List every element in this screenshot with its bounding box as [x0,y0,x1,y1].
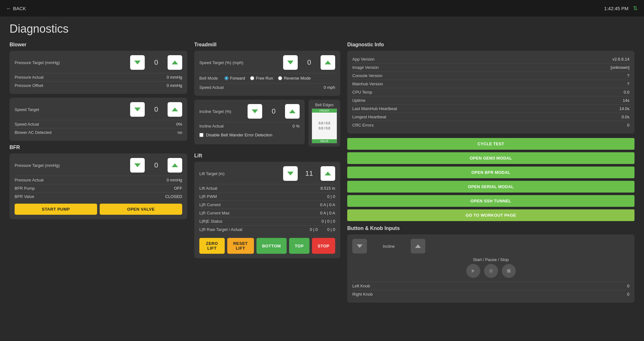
treadmill-speed-down-button[interactable] [283,55,298,70]
lr-raw-target-value1: 0 | 0 [310,227,318,232]
top-button[interactable]: TOP [289,238,309,254]
knob-inputs-title: Button & Knob Inputs [347,226,634,231]
svg-marker-0 [134,61,141,64]
bfr-pressure-down-button[interactable] [130,158,145,173]
incline-up-button[interactable] [411,239,425,253]
svg-marker-14 [472,269,475,273]
lift-actual-row: Lift Actual 8.515 in [199,184,335,192]
belt-front-label: FRONT [312,109,337,113]
open-bfr-button[interactable]: OPEN BFR MODAL [347,167,634,178]
blower-speed-down-button[interactable] [130,102,145,117]
bfr-action-btns: START PUMP OPEN VALVE [15,204,182,215]
lift-title: Lift [194,153,340,159]
lr-pwm-value: 0 | 0 [327,194,335,199]
blower-speed-target-row: Speed Target 0 [15,102,182,117]
diag-crc-errors-val: 0 [627,123,629,128]
lr-pwm-label: L|R PWM [199,194,217,199]
diagnostic-info-card: App Version v2.6.6.14 Image Version [unk… [347,51,634,134]
svg-marker-12 [357,245,362,248]
lift-section: Lift Lift Target (in) 11 Lift [194,153,340,258]
treadmill-speed-actual-label: Speed Actual [199,85,224,90]
start-button[interactable] [466,264,480,278]
lrie-status-label: L|R|E Status [199,219,222,224]
incline-down-button[interactable] [352,239,367,253]
open-ssh-button[interactable]: OPEN SSH TUNNEL [347,195,634,207]
open-valve-button[interactable]: OPEN VALVE [100,204,182,215]
left-column: Blower Pressure Target (mmHg) 0 [10,42,187,303]
treadmill-title: Treadmill [194,42,340,48]
bfr-pressure-up-button[interactable] [168,158,182,173]
disable-wander-label[interactable]: Disable Belt Wander Error Detection [206,133,272,137]
treadmill-section: Treadmill Speed Target (%) (mph) 0 [194,42,340,150]
belt-mode-radio-group: Forward Free Run Reverse Mode [224,76,311,81]
bfr-pressure-stepper: 0 [130,158,182,173]
treadmill-speed-value: 0 [303,58,315,67]
belt-mode-free-run[interactable]: Free Run [250,76,273,81]
blower-pressure-target-row: Pressure Target (mmHg) 0 [15,55,182,70]
diag-cpu-temp-key: CPU Temp [352,90,372,95]
left-knob-value: 0 [627,284,629,288]
treadmill-incline-actual-row: Incline Actual 0 % [199,122,300,130]
start-pump-button[interactable]: START PUMP [15,204,97,215]
treadmill-speed-actual-value: 0 mph [324,85,335,90]
open-serial-button[interactable]: OPEN SERIAL MODAL [347,181,634,193]
lift-actual-label: Lift Actual [199,186,217,191]
left-knob-label: Left Knob [352,284,370,288]
lrie-status-row: L|R|E Status 0 | 0 | 0 [199,217,335,225]
diag-image-version-row: Image Version [unknown] [352,63,629,71]
bfr-card: Pressure Target (mmHg) 0 Pressure Actual… [10,154,187,219]
stop-sps-button[interactable] [502,264,516,278]
zero-lift-button[interactable]: ZERO LIFT [199,238,225,254]
blower-speed-up-button[interactable] [168,102,182,117]
belt-mode-label: Belt Mode [199,76,218,81]
treadmill-incline-actual-label: Incline Actual [199,124,224,128]
bottom-button[interactable]: BOTTOM [256,238,287,254]
treadmill-speed-up-button[interactable] [321,55,335,70]
knob-inputs-section: Button & Knob Inputs Incline [347,226,634,303]
blower-pressure-stepper: 0 [130,55,182,70]
lr-raw-target-value2: 0 | 0 [327,227,335,232]
svg-marker-4 [134,163,141,167]
bfr-pressure-actual-value: 0 mmHg [167,178,182,182]
disable-wander-checkbox[interactable] [199,133,203,137]
lr-raw-target-label: L|R Raw Target / Actual [199,227,242,232]
back-button[interactable]: ← BACK [6,6,26,11]
reset-lift-button[interactable]: RESET LIFT [227,238,254,254]
treadmill-incline-area: Incline Target (%) 0 [194,100,305,150]
cycle-test-button[interactable]: CYCLE TEST [347,138,634,150]
header-right: 1:42:45 PM ⇅ [604,5,638,12]
diag-image-version-key: Image Version [352,65,379,70]
blower-pressure-up-button[interactable] [168,55,182,70]
diag-longest-heartbeat-key: Longest Heartbeat [352,115,386,119]
go-to-workout-button[interactable]: GO TO WORKOUT PAGE [347,209,634,221]
blower-pressure-actual-value: 0 mmHg [167,75,182,80]
bfr-pressure-target-label: Pressure Target (mmHg) [15,163,130,168]
blower-speed-stepper: 0 [130,102,182,117]
stop-button[interactable]: STOP [312,238,335,254]
svg-marker-10 [287,172,294,175]
pause-button[interactable] [484,264,498,278]
lift-up-button[interactable] [321,166,335,181]
open-gem3-button[interactable]: OPEN GEM3 MODAL [347,152,634,164]
treadmill-incline-down-button[interactable] [248,104,262,119]
middle-column: Treadmill Speed Target (%) (mph) 0 [194,42,340,303]
blower-pressure-actual-row: Pressure Actual 0 mmHg [15,73,182,81]
bfr-pressure-actual-label: Pressure Actual [15,178,43,182]
diag-cpu-temp-val: 0.0 [624,90,629,95]
treadmill-incline-up-button[interactable] [285,104,300,119]
svg-marker-6 [287,61,294,64]
sps-buttons [352,264,629,278]
treadmill-incline-target-label: Incline Target (%) [199,109,248,114]
lift-down-button[interactable] [283,166,298,181]
treadmill-incline-belt-row: Incline Target (%) 0 [194,100,340,150]
treadmill-incline-value: 0 [267,107,280,115]
page-title: Diagnostics [10,22,634,36]
diag-uptime-val: 14s [623,98,629,103]
blower-speed-actual-label: Speed Actual [15,122,39,127]
blower-pressure-down-button[interactable] [130,55,145,70]
belt-mode-forward[interactable]: Forward [224,76,245,81]
lr-current-max-value: 0 A | 0 A [320,211,335,215]
belt-mode-reverse[interactable]: Reverse Mode [278,76,311,81]
svg-marker-13 [415,245,421,248]
svg-rect-15 [490,269,491,273]
